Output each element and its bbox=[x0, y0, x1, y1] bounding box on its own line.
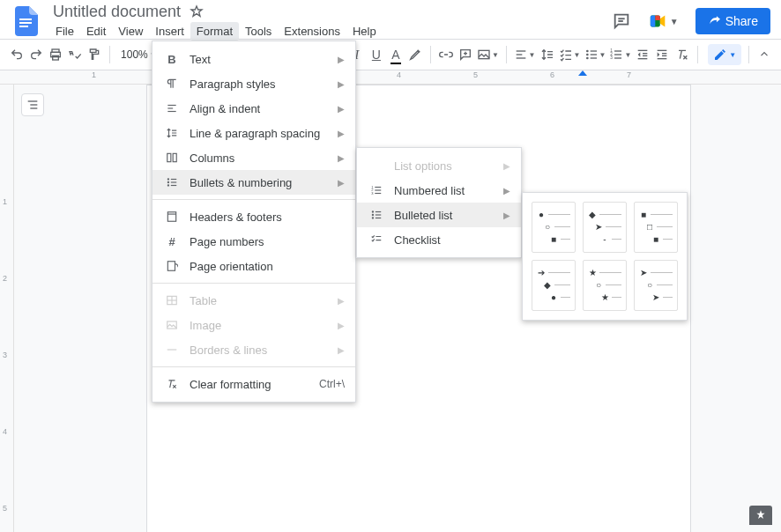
svg-point-62 bbox=[372, 217, 374, 218]
menubar: File Edit View Insert Format Tools Exten… bbox=[49, 21, 383, 41]
menu-extensions[interactable]: Extensions bbox=[278, 22, 346, 41]
comment-history-icon[interactable] bbox=[611, 11, 632, 32]
docs-logo-icon[interactable] bbox=[11, 5, 42, 37]
indent-increase-button[interactable] bbox=[654, 43, 670, 66]
explore-button[interactable] bbox=[749, 506, 772, 525]
bulleted-list[interactable]: Bulleted list▶ bbox=[357, 203, 521, 227]
svg-rect-1 bbox=[19, 22, 32, 24]
numbered-list[interactable]: 123Numbered list▶ bbox=[357, 178, 521, 203]
svg-point-13 bbox=[586, 54, 589, 56]
checklist-button[interactable]: ▼ bbox=[559, 43, 581, 66]
title-block: Untitled document File Edit View Insert … bbox=[49, 2, 383, 41]
bullet-style-1[interactable]: ● ○ ■ bbox=[532, 202, 576, 253]
checklist[interactable]: Checklist bbox=[357, 227, 521, 252]
format-headers-footers[interactable]: Headers & footers bbox=[152, 204, 355, 229]
bullet-style-3[interactable]: ■ □ ■ bbox=[634, 202, 678, 253]
format-text[interactable]: BText▶ bbox=[152, 47, 355, 71]
hide-menus-button[interactable] bbox=[756, 43, 772, 66]
line-spacing-button[interactable] bbox=[539, 43, 555, 66]
menu-tools[interactable]: Tools bbox=[239, 22, 278, 41]
format-table: Table▶ bbox=[152, 288, 355, 313]
bullet-style-5[interactable]: ★ ○ ★ bbox=[583, 260, 627, 311]
menu-help[interactable]: Help bbox=[346, 22, 383, 41]
meet-button[interactable]: ▼ bbox=[644, 9, 683, 33]
numbered-list-button[interactable]: 123▼ bbox=[609, 43, 631, 66]
image-button[interactable]: ▼ bbox=[477, 43, 499, 66]
bulleted-list-button[interactable]: ▼ bbox=[584, 43, 606, 66]
format-page-numbers[interactable]: #Page numbers bbox=[152, 229, 355, 254]
svg-point-60 bbox=[372, 211, 374, 212]
document-title[interactable]: Untitled document bbox=[49, 3, 184, 21]
outline-toggle-button[interactable] bbox=[21, 93, 44, 116]
toolbar: 100%▼ B I U A ▼ ▼ ▼ ▼ 123▼ ▼ bbox=[0, 39, 781, 70]
format-paragraph-styles[interactable]: Paragraph styles▶ bbox=[152, 71, 355, 96]
paint-format-button[interactable] bbox=[86, 43, 102, 66]
format-align-indent[interactable]: Align & indent▶ bbox=[152, 96, 355, 121]
menu-edit[interactable]: Edit bbox=[80, 22, 112, 41]
menu-insert[interactable]: Insert bbox=[149, 22, 190, 41]
svg-point-41 bbox=[167, 181, 169, 183]
svg-text:3: 3 bbox=[611, 55, 614, 60]
bullet-style-6[interactable]: ➤ ○ ➤ bbox=[634, 260, 678, 311]
menu-view[interactable]: View bbox=[112, 22, 149, 41]
caret-down-icon: ▼ bbox=[670, 17, 679, 26]
undo-button[interactable] bbox=[9, 43, 25, 66]
format-line-spacing[interactable]: Line & paragraph spacing▶ bbox=[152, 121, 355, 145]
text-color-button[interactable]: A bbox=[388, 43, 404, 66]
redo-button[interactable] bbox=[28, 43, 44, 66]
format-menu: BText▶ Paragraph styles▶ Align & indent▶… bbox=[152, 41, 356, 403]
menu-format[interactable]: Format bbox=[190, 22, 239, 41]
bullets-numbering-submenu: List options▶ 123Numbered list▶ Bulleted… bbox=[356, 147, 522, 258]
svg-rect-39 bbox=[173, 153, 176, 161]
svg-rect-2 bbox=[19, 26, 28, 27]
menu-file[interactable]: File bbox=[49, 22, 80, 41]
star-icon[interactable] bbox=[190, 4, 204, 18]
svg-point-12 bbox=[586, 50, 589, 53]
bullet-style-2[interactable]: ◆ ➤ - bbox=[583, 202, 627, 253]
clear-formatting-button[interactable] bbox=[674, 43, 690, 66]
format-image: Image▶ bbox=[152, 313, 355, 337]
header-right: ▼ Share bbox=[611, 8, 770, 34]
editing-mode-button[interactable]: ▼ bbox=[708, 44, 741, 65]
underline-button[interactable]: U bbox=[368, 43, 384, 66]
align-button[interactable]: ▼ bbox=[514, 43, 536, 66]
highlight-button[interactable] bbox=[407, 43, 423, 66]
svg-rect-48 bbox=[167, 262, 175, 271]
format-bullets-numbering[interactable]: Bullets & numbering▶ bbox=[152, 170, 355, 195]
format-borders-lines: Borders & lines▶ bbox=[152, 337, 355, 362]
comment-button[interactable] bbox=[457, 43, 473, 66]
svg-point-14 bbox=[586, 57, 589, 60]
format-clear-formatting[interactable]: Clear formattingCtrl+\ bbox=[152, 372, 355, 396]
svg-point-61 bbox=[372, 214, 374, 216]
bulleted-list-gallery: ● ○ ■ ◆ ➤ - ■ □ ■ ➔ ◆ ● ★ ○ ★ ➤ ○ ➤ bbox=[522, 192, 688, 321]
horizontal-ruler[interactable]: 1 2 3 4 5 6 7 bbox=[0, 70, 781, 85]
spellcheck-button[interactable] bbox=[67, 43, 83, 66]
format-page-orientation[interactable]: Page orientation bbox=[152, 254, 355, 278]
svg-rect-38 bbox=[167, 153, 171, 161]
indent-decrease-button[interactable] bbox=[635, 43, 651, 66]
svg-text:3: 3 bbox=[371, 191, 374, 196]
link-button[interactable] bbox=[438, 43, 454, 66]
vertical-ruler[interactable]: 1 2 3 4 5 6 bbox=[0, 85, 14, 532]
svg-point-40 bbox=[167, 178, 169, 180]
svg-rect-0 bbox=[19, 18, 32, 20]
format-columns[interactable]: Columns▶ bbox=[152, 145, 355, 170]
bullet-style-4[interactable]: ➔ ◆ ● bbox=[532, 260, 576, 311]
app-header: Untitled document File Edit View Insert … bbox=[0, 0, 781, 39]
print-button[interactable] bbox=[48, 43, 63, 66]
svg-point-42 bbox=[167, 184, 169, 186]
svg-rect-46 bbox=[167, 212, 175, 222]
share-button[interactable]: Share bbox=[695, 8, 770, 34]
list-options: List options▶ bbox=[357, 153, 521, 178]
share-label: Share bbox=[725, 14, 758, 28]
